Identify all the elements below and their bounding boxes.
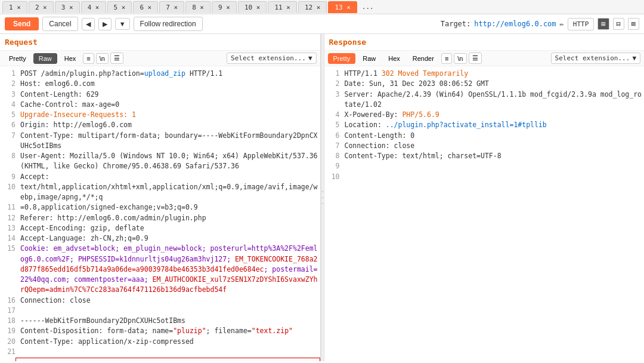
- line-9: 9 Accept:: [0, 172, 320, 182]
- nav-dropdown-button[interactable]: ▼: [115, 18, 130, 30]
- resp-line-3: 3 Server: Apache/2.4.39 (Win64) OpenSSL/…: [324, 90, 645, 110]
- response-format-hex[interactable]: Hex: [383, 53, 405, 64]
- tab-3[interactable]: 3 ×: [55, 1, 80, 13]
- tab-4[interactable]: 4 ×: [81, 1, 106, 13]
- request-icon-newline[interactable]: \n: [96, 53, 109, 64]
- request-ext-select[interactable]: Select extension... ▼: [227, 53, 316, 64]
- target-info: Target: http://emlog6.0.com ✏️ HTTP ⊞ ⊟ …: [441, 18, 639, 30]
- request-panel-title: Request: [0, 34, 320, 51]
- response-toolbar: Pretty Raw Hex Render ≡ \n ☰ Select exte…: [324, 51, 645, 66]
- cancel-button[interactable]: Cancel: [42, 17, 78, 31]
- line-21: 21: [0, 347, 320, 357]
- line-2: 2 Host: emlog6.0.com: [0, 79, 320, 89]
- request-panel: Request Pretty Raw Hex ≡ \n ☰ Select ext…: [0, 34, 321, 361]
- line-16: 16 Connection: close: [0, 296, 320, 306]
- tab-7[interactable]: 7 ×: [159, 1, 184, 13]
- response-ext-label: Select extension...: [555, 54, 630, 62]
- tab-12[interactable]: 12 ×: [298, 1, 327, 13]
- line-3: 3 Content-Length: 629: [0, 90, 320, 100]
- resp-line-7: 7 Connection: close: [324, 141, 645, 151]
- response-format-render[interactable]: Render: [407, 53, 439, 64]
- resp-line-9: 9: [324, 161, 645, 171]
- http-badge: HTTP: [568, 18, 595, 30]
- line-13: 13 Accept-Encoding: gzip, deflate: [0, 223, 320, 233]
- request-icon-format[interactable]: ≡: [83, 53, 94, 64]
- resp-line-6: 6 Content-Length: 0: [324, 131, 645, 141]
- response-format-pretty[interactable]: Pretty: [328, 53, 356, 64]
- line-18: 18 ------WebKitFormBoundary2DpnCXUHc5otI…: [0, 316, 320, 326]
- request-format-pretty[interactable]: Pretty: [4, 53, 32, 64]
- resp-line-1: 1 HTTP/1.1 302 Moved Temporarily: [324, 69, 645, 79]
- tab-more[interactable]: ...: [358, 1, 377, 13]
- line-11: 11 =0.8,application/signed-exchange;v=b3…: [0, 202, 320, 213]
- line-5: 5 Upgrade-Insecure-Requests: 1: [0, 110, 320, 120]
- tab-11[interactable]: 11 ×: [268, 1, 297, 13]
- response-code-area[interactable]: 1 HTTP/1.1 302 Moved Temporarily 2 Date:…: [324, 66, 645, 361]
- send-button[interactable]: Send: [5, 17, 39, 30]
- view-toggle-hsplit[interactable]: ⊠: [628, 18, 639, 30]
- resp-line-2: 2 Date: Sun, 31 Dec 2023 08:06:52 GMT: [324, 79, 645, 89]
- response-panel-title: Response: [324, 34, 645, 51]
- target-label: Target:: [441, 20, 471, 28]
- line-1: 1 POST /admin/plugin.php?action=upload_z…: [0, 69, 320, 79]
- tab-2[interactable]: 2 ×: [29, 1, 54, 13]
- line-8: 8 User-Agent: Mozilla/5.0 (Windows NT 10…: [0, 151, 320, 172]
- response-icon-newline[interactable]: \n: [454, 53, 466, 64]
- resp-line-8: 8 Content-Type: text/html; charset=UTF-8: [324, 151, 645, 161]
- request-format-raw[interactable]: Raw: [33, 53, 57, 64]
- view-toggle-vsplit[interactable]: ⊟: [613, 18, 624, 30]
- response-ext-chevron: ▼: [632, 54, 636, 62]
- tab-5[interactable]: 5 ×: [107, 1, 132, 13]
- request-ext-chevron: ▼: [308, 54, 312, 62]
- line-14: 14 Accept-Language: zh-CN,zh;q=0.9: [0, 233, 320, 244]
- panels: Request Pretty Raw Hex ≡ \n ☰ Select ext…: [0, 34, 644, 361]
- toolbar: Send Cancel ◀ ▶ ▼ Follow redirection Tar…: [0, 14, 644, 34]
- tab-9[interactable]: 9 ×: [212, 1, 237, 13]
- request-code-area[interactable]: 1 POST /admin/plugin.php?action=upload_z…: [0, 66, 320, 361]
- resp-line-10: 10: [324, 172, 645, 182]
- selected-binary-block: 22 PK□□□Wtext/PK 23 s□□Woo□□text/text.ph…: [16, 358, 320, 361]
- line-15: 15 Cookie: em_advset=block; em_plugin_ne…: [0, 244, 320, 295]
- response-format-raw[interactable]: Raw: [357, 53, 381, 64]
- resp-line-5: 5 Location: ../plugin.php?activate_insta…: [324, 120, 645, 130]
- line-19: 19 Content-Disposition: form-data; name=…: [0, 326, 320, 336]
- line-10: 10 text/html,application/xhtml+xml,appli…: [0, 182, 320, 203]
- nav-forward-button[interactable]: ▶: [98, 18, 112, 30]
- line-20: 20 Content-Type: application/x-zip-compr…: [0, 337, 320, 347]
- response-icon-menu[interactable]: ☰: [469, 53, 482, 64]
- view-toggle-grid[interactable]: ⊞: [597, 18, 609, 30]
- tab-10[interactable]: 10 ×: [238, 1, 267, 13]
- response-ext-select[interactable]: Select extension... ▼: [551, 53, 640, 64]
- tab-bar: 1 × 2 × 3 × 4 × 5 × 6 × 7 × 8 × 9 × 10 ×…: [0, 0, 644, 14]
- edit-icon[interactable]: ✏️: [560, 20, 564, 28]
- response-icon-format[interactable]: ≡: [441, 53, 452, 64]
- request-icon-menu[interactable]: ☰: [110, 53, 123, 64]
- line-22: 22 PK□□□Wtext/PK: [18, 359, 317, 361]
- line-7: 7 Content-Type: multipart/form-data; bou…: [0, 131, 320, 152]
- line-4: 4 Cache-Control: max-age=0: [0, 100, 320, 110]
- request-ext-label: Select extension...: [231, 54, 306, 62]
- tab-1[interactable]: 1 ×: [2, 1, 27, 13]
- tab-6[interactable]: 6 ×: [133, 1, 158, 13]
- response-panel: Response Pretty Raw Hex Render ≡ \n ☰ Se…: [324, 34, 645, 361]
- resp-line-4: 4 X-Powered-By: PHP/5.6.9: [324, 110, 645, 120]
- tab-13[interactable]: 13 ×: [328, 1, 357, 13]
- line-12: 12 Referer: http://emlog6.0.com/admin/pl…: [0, 213, 320, 223]
- tab-8[interactable]: 8 ×: [185, 1, 210, 13]
- nav-back-button[interactable]: ◀: [82, 18, 95, 30]
- follow-redirection-button[interactable]: Follow redirection: [134, 17, 203, 31]
- line-17: 17: [0, 306, 320, 316]
- request-format-hex[interactable]: Hex: [59, 53, 82, 64]
- request-toolbar: Pretty Raw Hex ≡ \n ☰ Select extension..…: [0, 51, 320, 66]
- target-url: http://emlog6.0.com: [474, 20, 556, 28]
- line-6: 6 Origin: http://emlog6.0.com: [0, 120, 320, 130]
